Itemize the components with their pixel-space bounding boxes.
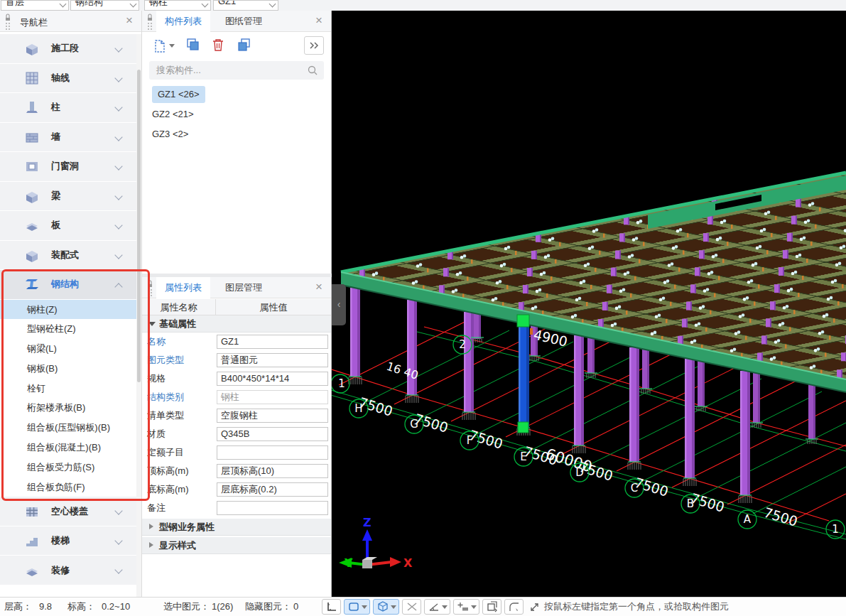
bim-application-window: 首层 钢结构 钢柱 GZ1 导航栏 ×	[0, 0, 846, 616]
top-elevation-value-input[interactable]: 层顶标高(10)	[217, 464, 328, 478]
tab-property-list[interactable]: 属性列表	[156, 277, 210, 298]
nav-close-icon[interactable]: ×	[123, 13, 136, 28]
remark-value-input[interactable]	[217, 501, 328, 515]
list-item-gz3[interactable]: GZ3 <2>	[142, 124, 331, 144]
tab-component-list[interactable]: 构件列表	[156, 11, 210, 32]
category-selector[interactable]: 钢结构	[70, 0, 139, 11]
orthogonal-axis-icon	[325, 600, 338, 613]
angle-snap-button[interactable]	[424, 599, 450, 615]
property-group-basic[interactable]: 基础属性	[142, 315, 331, 333]
nav-scrollbar[interactable]	[136, 34, 141, 597]
steel-subitem-steel-beam[interactable]: 钢梁(L)	[0, 339, 137, 359]
nav-item-column[interactable]: 柱	[0, 93, 137, 123]
tab-layer-management[interactable]: 图层管理	[217, 277, 271, 298]
copy-component-button[interactable]	[185, 37, 200, 55]
fillet-button[interactable]	[504, 599, 524, 615]
nav-item-opening[interactable]: 门窗洞	[0, 152, 137, 182]
floor-selector-value: 首层	[1, 0, 68, 9]
panel-collapse-handle[interactable]: ‹	[332, 284, 346, 325]
nav-item-construction-segment[interactable]: 施工段	[0, 34, 137, 64]
chevron-down-icon	[391, 605, 396, 609]
component-selector[interactable]: GZ1	[213, 0, 278, 11]
image-capture-button[interactable]	[482, 599, 501, 615]
slab-icon	[24, 217, 40, 233]
steel-subitem-composite-concrete[interactable]: 组合板(混凝土)(B)	[0, 438, 137, 458]
property-panel-close-icon[interactable]: ×	[313, 280, 325, 294]
nav-scrollbar-thumb[interactable]	[137, 70, 141, 382]
svg-text:H: H	[354, 402, 362, 415]
steel-subitem-steel-column[interactable]: 钢柱(Z)	[0, 300, 137, 320]
nav-item-prefab[interactable]: 装配式	[0, 241, 137, 271]
rect-select-button[interactable]	[344, 599, 370, 615]
element-type-selector[interactable]: 钢柱	[144, 0, 211, 11]
nav-item-beam[interactable]: 梁	[0, 182, 137, 212]
status-bar: 层高： 9.8 标高： 0.2~10 选中图元： 1(26) 隐藏图元： 0	[0, 597, 846, 616]
list-item-gz2[interactable]: GZ2 <21>	[142, 104, 331, 124]
view-3d-button[interactable]	[373, 599, 399, 615]
component-search-input[interactable]: 搜索构件...	[149, 61, 324, 80]
gizmo-z-label: Z	[363, 516, 372, 529]
steel-subitem-truss-deck[interactable]: 桁架楼承板(B)	[0, 398, 137, 418]
nav-header: 导航栏 ×	[0, 11, 141, 32]
panel-grip-icon[interactable]	[146, 13, 154, 31]
nav-item-slab[interactable]: 板	[0, 211, 137, 241]
steel-subitem-steel-plate[interactable]: 钢板(B)	[0, 359, 137, 379]
selected-column[interactable]	[519, 325, 529, 428]
copy-icon	[185, 37, 200, 53]
name-value-input[interactable]: GZ1	[217, 335, 328, 349]
property-row-material: 材质 Q345B	[142, 425, 331, 443]
orientation-gizmo[interactable]: Z X Y	[339, 516, 413, 570]
orthogonal-mode-button[interactable]	[322, 599, 341, 615]
property-row-list-type: 清单类型 空腹钢柱	[142, 406, 331, 425]
batch-copy-button[interactable]	[236, 37, 251, 55]
floor-selector[interactable]: 首层	[1, 0, 69, 11]
3d-viewport[interactable]: 7500 7500 7500 7500 7500 7500 7500 7500 …	[332, 11, 846, 597]
search-placeholder: 搜索构件...	[156, 65, 201, 75]
column-header-value: 属性值	[215, 299, 331, 315]
chevron-down-icon	[114, 162, 122, 170]
spec-value-input[interactable]: B400*450*14*14	[217, 372, 328, 386]
svg-text:A: A	[744, 513, 752, 526]
component-panel-close-icon[interactable]: ×	[313, 13, 325, 28]
property-group-display-style[interactable]: 显示样式	[142, 537, 331, 554]
component-panel-header: 构件列表 图纸管理 ×	[142, 11, 331, 32]
tab-drawing-management[interactable]: 图纸管理	[217, 11, 271, 32]
panel-grip-icon[interactable]	[146, 279, 154, 298]
nav-item-hollow-floor[interactable]: 空心楼盖	[0, 497, 137, 526]
image-swap-icon	[486, 600, 499, 613]
wall-icon	[24, 129, 40, 145]
steel-subitem-composite-rebar[interactable]: 组合板受力筋(S)	[0, 458, 137, 477]
list-item-gz1[interactable]: GZ1 <26>	[142, 85, 331, 104]
bottom-elevation-value-input[interactable]: 层底标高(0.2)	[217, 482, 328, 497]
property-group-steel-business[interactable]: 型钢业务属性	[142, 519, 331, 536]
nav-item-stairs[interactable]: 楼梯	[0, 526, 137, 556]
3d-model-canvas[interactable]: 7500 7500 7500 7500 7500 7500 7500 7500 …	[332, 11, 846, 597]
triangle-collapsed-icon	[149, 542, 153, 548]
decoration-icon	[24, 563, 40, 578]
element-type-value-input[interactable]: 普通图元	[217, 353, 328, 367]
angle-icon	[428, 600, 440, 613]
material-value-input[interactable]: Q345B	[217, 427, 328, 441]
elevation-value: 0.2~10	[102, 598, 130, 616]
cross-snap-button[interactable]	[402, 599, 421, 615]
nav-item-steel-structure[interactable]: 钢结构	[0, 270, 137, 300]
plus-coordinate-icon	[457, 600, 470, 613]
list-type-value-input[interactable]: 空腹钢柱	[217, 409, 328, 423]
nav-item-decoration[interactable]: 装修	[0, 556, 137, 585]
more-tools-button[interactable]	[304, 36, 324, 55]
svg-text:C: C	[631, 482, 638, 495]
beam-icon	[24, 188, 40, 204]
panel-grip-icon[interactable]	[4, 13, 12, 31]
nav-item-axis[interactable]: 轴线	[0, 64, 137, 94]
quota-item-value-input[interactable]	[217, 445, 328, 460]
steel-subitem-src-column[interactable]: 型钢砼柱(Z)	[0, 319, 137, 339]
coordinate-input-button[interactable]	[453, 599, 479, 615]
steel-subitem-stud[interactable]: 栓钉	[0, 379, 137, 399]
steel-subitem-composite-profiled[interactable]: 组合板(压型钢板)(B)	[0, 418, 137, 438]
steel-subitem-composite-negative-rebar[interactable]: 组合板负筋(F)	[0, 477, 137, 497]
nav-item-wall[interactable]: 墙	[0, 123, 137, 153]
element-type-selector-value: 钢柱	[145, 0, 210, 9]
hint-text: 按鼠标左键指定第一个角点，或拾取构件图元	[544, 598, 729, 616]
delete-component-button[interactable]	[210, 37, 226, 55]
new-component-button[interactable]	[152, 38, 175, 54]
